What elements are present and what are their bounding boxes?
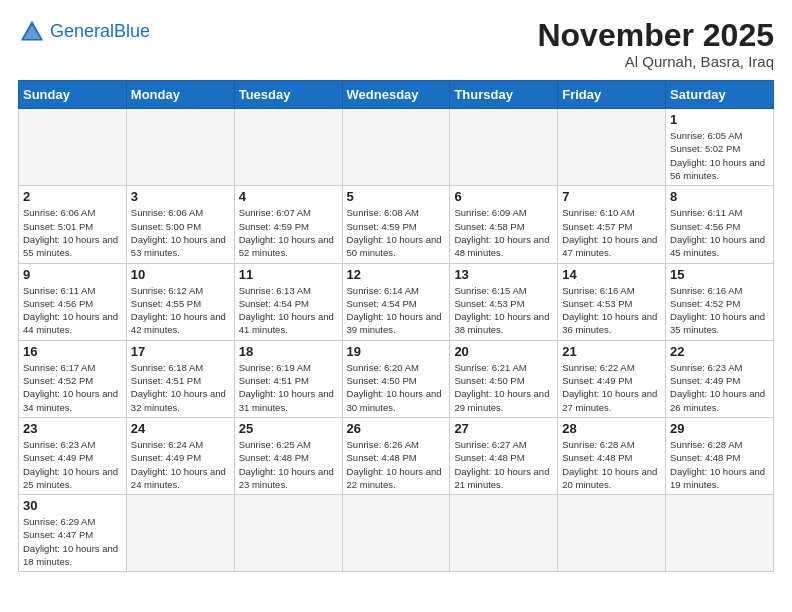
calendar-cell: 2Sunrise: 6:06 AM Sunset: 5:01 PM Daylig…: [19, 186, 127, 263]
calendar-cell: 11Sunrise: 6:13 AM Sunset: 4:54 PM Dayli…: [234, 263, 342, 340]
day-info: Sunrise: 6:09 AM Sunset: 4:58 PM Dayligh…: [454, 206, 553, 259]
day-info: Sunrise: 6:06 AM Sunset: 5:00 PM Dayligh…: [131, 206, 230, 259]
day-info: Sunrise: 6:18 AM Sunset: 4:51 PM Dayligh…: [131, 361, 230, 414]
day-number: 10: [131, 267, 230, 282]
day-info: Sunrise: 6:21 AM Sunset: 4:50 PM Dayligh…: [454, 361, 553, 414]
day-number: 23: [23, 421, 122, 436]
day-number: 2: [23, 189, 122, 204]
calendar-cell: [19, 109, 127, 186]
day-number: 8: [670, 189, 769, 204]
day-info: Sunrise: 6:10 AM Sunset: 4:57 PM Dayligh…: [562, 206, 661, 259]
day-info: Sunrise: 6:16 AM Sunset: 4:52 PM Dayligh…: [670, 284, 769, 337]
day-number: 14: [562, 267, 661, 282]
calendar-cell: 18Sunrise: 6:19 AM Sunset: 4:51 PM Dayli…: [234, 340, 342, 417]
calendar-cell: 30Sunrise: 6:29 AM Sunset: 4:47 PM Dayli…: [19, 495, 127, 572]
calendar-cell: 23Sunrise: 6:23 AM Sunset: 4:49 PM Dayli…: [19, 417, 127, 494]
calendar-cell: 27Sunrise: 6:27 AM Sunset: 4:48 PM Dayli…: [450, 417, 558, 494]
calendar-cell: 17Sunrise: 6:18 AM Sunset: 4:51 PM Dayli…: [126, 340, 234, 417]
calendar-cell: 24Sunrise: 6:24 AM Sunset: 4:49 PM Dayli…: [126, 417, 234, 494]
calendar-table: SundayMondayTuesdayWednesdayThursdayFrid…: [18, 80, 774, 572]
day-number: 24: [131, 421, 230, 436]
calendar-week-1: 2Sunrise: 6:06 AM Sunset: 5:01 PM Daylig…: [19, 186, 774, 263]
location-subtitle: Al Qurnah, Basra, Iraq: [537, 53, 774, 70]
calendar-week-5: 30Sunrise: 6:29 AM Sunset: 4:47 PM Dayli…: [19, 495, 774, 572]
day-number: 29: [670, 421, 769, 436]
calendar-cell: [126, 495, 234, 572]
day-info: Sunrise: 6:19 AM Sunset: 4:51 PM Dayligh…: [239, 361, 338, 414]
day-number: 9: [23, 267, 122, 282]
day-number: 28: [562, 421, 661, 436]
weekday-header-monday: Monday: [126, 81, 234, 109]
day-number: 1: [670, 112, 769, 127]
day-info: Sunrise: 6:23 AM Sunset: 4:49 PM Dayligh…: [23, 438, 122, 491]
calendar-cell: [450, 109, 558, 186]
calendar-cell: 21Sunrise: 6:22 AM Sunset: 4:49 PM Dayli…: [558, 340, 666, 417]
calendar-week-4: 23Sunrise: 6:23 AM Sunset: 4:49 PM Dayli…: [19, 417, 774, 494]
day-info: Sunrise: 6:26 AM Sunset: 4:48 PM Dayligh…: [347, 438, 446, 491]
day-number: 19: [347, 344, 446, 359]
header: GeneralBlue November 2025 Al Qurnah, Bas…: [18, 18, 774, 70]
day-number: 6: [454, 189, 553, 204]
calendar-cell: 20Sunrise: 6:21 AM Sunset: 4:50 PM Dayli…: [450, 340, 558, 417]
day-number: 5: [347, 189, 446, 204]
day-info: Sunrise: 6:14 AM Sunset: 4:54 PM Dayligh…: [347, 284, 446, 337]
logo-general: General: [50, 21, 114, 41]
calendar-cell: [234, 109, 342, 186]
calendar-cell: 6Sunrise: 6:09 AM Sunset: 4:58 PM Daylig…: [450, 186, 558, 263]
day-info: Sunrise: 6:07 AM Sunset: 4:59 PM Dayligh…: [239, 206, 338, 259]
day-number: 27: [454, 421, 553, 436]
weekday-header-thursday: Thursday: [450, 81, 558, 109]
day-info: Sunrise: 6:15 AM Sunset: 4:53 PM Dayligh…: [454, 284, 553, 337]
day-info: Sunrise: 6:11 AM Sunset: 4:56 PM Dayligh…: [670, 206, 769, 259]
day-info: Sunrise: 6:12 AM Sunset: 4:55 PM Dayligh…: [131, 284, 230, 337]
calendar-cell: [126, 109, 234, 186]
weekday-header-row: SundayMondayTuesdayWednesdayThursdayFrid…: [19, 81, 774, 109]
logo-text: GeneralBlue: [50, 22, 150, 42]
calendar-cell: 22Sunrise: 6:23 AM Sunset: 4:49 PM Dayli…: [666, 340, 774, 417]
weekday-header-sunday: Sunday: [19, 81, 127, 109]
calendar-cell: [342, 495, 450, 572]
day-number: 13: [454, 267, 553, 282]
calendar-week-3: 16Sunrise: 6:17 AM Sunset: 4:52 PM Dayli…: [19, 340, 774, 417]
title-block: November 2025 Al Qurnah, Basra, Iraq: [537, 18, 774, 70]
day-number: 21: [562, 344, 661, 359]
calendar-cell: 28Sunrise: 6:28 AM Sunset: 4:48 PM Dayli…: [558, 417, 666, 494]
calendar-cell: [558, 109, 666, 186]
day-number: 26: [347, 421, 446, 436]
day-number: 22: [670, 344, 769, 359]
calendar-cell: 5Sunrise: 6:08 AM Sunset: 4:59 PM Daylig…: [342, 186, 450, 263]
calendar-cell: 19Sunrise: 6:20 AM Sunset: 4:50 PM Dayli…: [342, 340, 450, 417]
weekday-header-friday: Friday: [558, 81, 666, 109]
logo-icon: [18, 18, 46, 46]
calendar-cell: 14Sunrise: 6:16 AM Sunset: 4:53 PM Dayli…: [558, 263, 666, 340]
day-info: Sunrise: 6:22 AM Sunset: 4:49 PM Dayligh…: [562, 361, 661, 414]
day-info: Sunrise: 6:16 AM Sunset: 4:53 PM Dayligh…: [562, 284, 661, 337]
day-number: 30: [23, 498, 122, 513]
day-number: 12: [347, 267, 446, 282]
calendar-cell: 3Sunrise: 6:06 AM Sunset: 5:00 PM Daylig…: [126, 186, 234, 263]
day-info: Sunrise: 6:13 AM Sunset: 4:54 PM Dayligh…: [239, 284, 338, 337]
calendar-cell: [558, 495, 666, 572]
calendar-cell: [234, 495, 342, 572]
month-title: November 2025: [537, 18, 774, 53]
day-info: Sunrise: 6:20 AM Sunset: 4:50 PM Dayligh…: [347, 361, 446, 414]
day-number: 11: [239, 267, 338, 282]
day-info: Sunrise: 6:06 AM Sunset: 5:01 PM Dayligh…: [23, 206, 122, 259]
day-info: Sunrise: 6:29 AM Sunset: 4:47 PM Dayligh…: [23, 515, 122, 568]
day-info: Sunrise: 6:28 AM Sunset: 4:48 PM Dayligh…: [670, 438, 769, 491]
calendar-cell: [666, 495, 774, 572]
calendar-cell: 4Sunrise: 6:07 AM Sunset: 4:59 PM Daylig…: [234, 186, 342, 263]
day-number: 25: [239, 421, 338, 436]
calendar-cell: [342, 109, 450, 186]
calendar-cell: 7Sunrise: 6:10 AM Sunset: 4:57 PM Daylig…: [558, 186, 666, 263]
day-info: Sunrise: 6:08 AM Sunset: 4:59 PM Dayligh…: [347, 206, 446, 259]
day-info: Sunrise: 6:11 AM Sunset: 4:56 PM Dayligh…: [23, 284, 122, 337]
calendar-cell: 15Sunrise: 6:16 AM Sunset: 4:52 PM Dayli…: [666, 263, 774, 340]
day-info: Sunrise: 6:24 AM Sunset: 4:49 PM Dayligh…: [131, 438, 230, 491]
calendar-week-0: 1Sunrise: 6:05 AM Sunset: 5:02 PM Daylig…: [19, 109, 774, 186]
calendar-cell: 13Sunrise: 6:15 AM Sunset: 4:53 PM Dayli…: [450, 263, 558, 340]
day-info: Sunrise: 6:25 AM Sunset: 4:48 PM Dayligh…: [239, 438, 338, 491]
weekday-header-tuesday: Tuesday: [234, 81, 342, 109]
day-info: Sunrise: 6:27 AM Sunset: 4:48 PM Dayligh…: [454, 438, 553, 491]
calendar-cell: 25Sunrise: 6:25 AM Sunset: 4:48 PM Dayli…: [234, 417, 342, 494]
